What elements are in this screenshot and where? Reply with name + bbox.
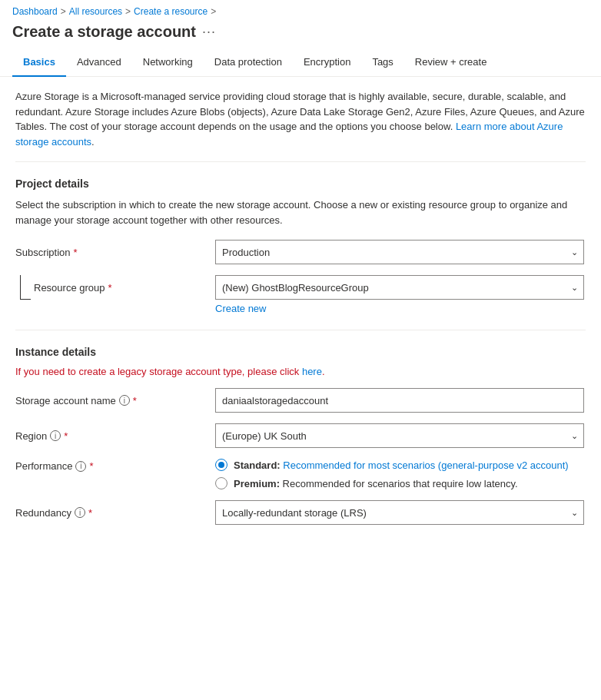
region-select[interactable]: (Europe) UK South: [215, 423, 584, 448]
legacy-note: If you need to create a legacy storage a…: [15, 366, 586, 377]
tab-basics[interactable]: Basics: [12, 50, 66, 77]
tab-bar: Basics Advanced Networking Data protecti…: [0, 50, 601, 77]
performance-radio-group: Standard: Recommended for most scenarios…: [215, 459, 584, 489]
indent-line: [20, 275, 31, 300]
tab-tags[interactable]: Tags: [361, 50, 403, 77]
resource-group-row: Resource group * (New) GhostBlogResource…: [15, 275, 586, 300]
redundancy-label: Redundancy i *: [15, 507, 215, 519]
resource-group-indent: Resource group *: [15, 275, 215, 300]
storage-account-name-label: Storage account name i *: [15, 395, 215, 406]
divider-2: [15, 330, 586, 330]
redundancy-select[interactable]: Locally-redundant storage (LRS): [215, 500, 584, 525]
performance-label: Performance i *: [15, 459, 215, 472]
storage-account-name-row: Storage account name i * daniaalstoraged…: [15, 388, 586, 413]
legacy-link[interactable]: here: [302, 366, 322, 377]
instance-details-section: Instance details If you need to create a…: [15, 346, 586, 525]
storage-account-name-input[interactable]: daniaalstoragedaccount: [215, 388, 584, 413]
redundancy-row: Redundancy i * Locally-redundant storage…: [15, 500, 586, 525]
region-row: Region i * (Europe) UK South ⌄: [15, 423, 586, 448]
redundancy-control: Locally-redundant storage (LRS) ⌄: [215, 500, 584, 525]
performance-standard-option[interactable]: Standard: Recommended for most scenarios…: [215, 459, 584, 471]
storage-account-name-control: daniaalstoragedaccount: [215, 388, 584, 413]
region-required: *: [64, 430, 68, 442]
storage-name-info-icon[interactable]: i: [119, 395, 130, 406]
region-control: (Europe) UK South ⌄: [215, 423, 584, 448]
tab-encryption[interactable]: Encryption: [293, 50, 361, 77]
tab-review-create[interactable]: Review + create: [404, 50, 498, 77]
performance-standard-radio[interactable]: [215, 459, 227, 471]
project-details-desc: Select the subscription in which to crea…: [15, 197, 586, 227]
breadcrumb: Dashboard > All resources > Create a res…: [0, 0, 601, 20]
performance-control: Standard: Recommended for most scenarios…: [215, 459, 584, 489]
tab-networking[interactable]: Networking: [132, 50, 204, 77]
region-select-wrapper: (Europe) UK South ⌄: [215, 423, 584, 448]
instance-details-title: Instance details: [15, 346, 586, 358]
page-header: Create a storage account ···: [0, 20, 601, 50]
performance-standard-label: Standard: Recommended for most scenarios…: [234, 459, 569, 471]
resource-group-control: (New) GhostBlogResourceGroup ⌄: [215, 275, 584, 300]
resource-group-required: *: [108, 282, 112, 294]
subscription-label: Subscription *: [15, 247, 215, 258]
performance-row: Performance i * Standard: Recommended fo…: [15, 459, 586, 489]
resource-group-select[interactable]: (New) GhostBlogResourceGroup: [215, 275, 584, 300]
performance-required: *: [89, 460, 93, 472]
description-text: Azure Storage is a Microsoft-managed ser…: [15, 89, 586, 149]
project-details-section: Project details Select the subscription …: [15, 177, 586, 314]
page-title: Create a storage account: [12, 23, 196, 41]
performance-standard-dot: [218, 462, 224, 468]
main-content: Azure Storage is a Microsoft-managed ser…: [0, 77, 601, 548]
redundancy-select-wrapper: Locally-redundant storage (LRS) ⌄: [215, 500, 584, 525]
breadcrumb-sep-1: >: [61, 6, 66, 17]
region-label: Region i *: [15, 430, 215, 442]
performance-premium-radio[interactable]: [215, 477, 227, 489]
more-options-icon[interactable]: ···: [202, 24, 216, 40]
storage-name-required: *: [133, 395, 137, 406]
performance-premium-option[interactable]: Premium: Recommended for scenarios that …: [215, 477, 584, 489]
region-info-icon[interactable]: i: [50, 430, 61, 441]
subscription-select-wrapper: Production ⌄: [215, 240, 584, 264]
breadcrumb-all-resources[interactable]: All resources: [69, 6, 122, 17]
redundancy-required: *: [88, 507, 92, 519]
resource-group-label: Resource group *: [34, 275, 112, 300]
tab-advanced[interactable]: Advanced: [66, 50, 132, 77]
performance-premium-label: Premium: Recommended for scenarios that …: [234, 478, 518, 489]
project-details-title: Project details: [15, 177, 586, 190]
redundancy-info-icon[interactable]: i: [75, 507, 85, 518]
breadcrumb-sep-2: >: [125, 6, 131, 17]
breadcrumb-dashboard[interactable]: Dashboard: [12, 6, 58, 17]
create-new-resource-group-link[interactable]: Create new: [15, 303, 586, 314]
divider-1: [15, 161, 586, 162]
subscription-required: *: [74, 247, 78, 258]
resource-group-select-wrapper: (New) GhostBlogResourceGroup ⌄: [215, 275, 584, 300]
subscription-select[interactable]: Production: [215, 240, 584, 264]
tab-data-protection[interactable]: Data protection: [204, 50, 293, 77]
subscription-control: Production ⌄: [215, 240, 584, 264]
breadcrumb-create-resource[interactable]: Create a resource: [134, 6, 208, 17]
subscription-row: Subscription * Production ⌄: [15, 240, 586, 264]
breadcrumb-sep-3: >: [211, 6, 216, 17]
performance-info-icon[interactable]: i: [75, 461, 86, 472]
